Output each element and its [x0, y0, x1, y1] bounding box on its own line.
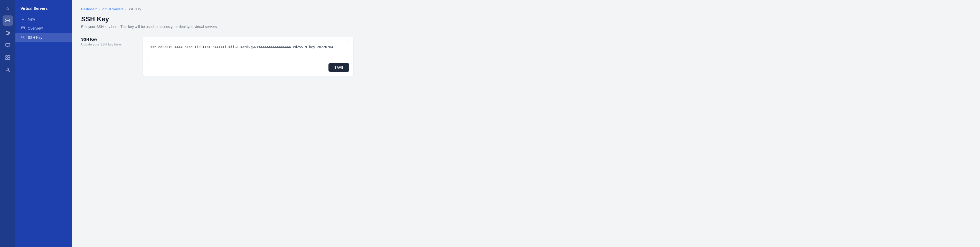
sidebar-item-overview[interactable]: Overview [16, 24, 72, 33]
breadcrumb-sep-1: › [99, 8, 100, 11]
svg-rect-5 [6, 43, 10, 46]
grid-icon[interactable] [3, 53, 13, 63]
breadcrumb-sep-2: › [125, 8, 126, 11]
ssh-key-sublabel: Update your SSH key here. [81, 42, 132, 46]
svg-point-3 [9, 21, 10, 22]
key-icon [21, 35, 25, 40]
sidebar-item-new[interactable]: + New [16, 14, 72, 24]
svg-rect-6 [6, 56, 8, 57]
server-icon[interactable] [3, 16, 13, 26]
page-title: SSH Key [81, 15, 971, 23]
content-area: Dashboard › Virtual Servers › SSH Key SS… [72, 0, 980, 247]
page-subtitle: Edit your SSH key here. This key will be… [81, 25, 971, 29]
breadcrumb-virtual-servers[interactable]: Virtual Servers [102, 7, 124, 11]
svg-rect-8 [6, 58, 8, 60]
svg-rect-9 [8, 58, 10, 60]
svg-rect-7 [8, 56, 10, 57]
svg-point-10 [7, 69, 9, 70]
home-icon[interactable]: ⌂ [3, 3, 13, 13]
ssh-key-textarea[interactable] [147, 41, 349, 59]
ssh-key-section: SSH Key Update your SSH key here. SAVE [81, 37, 971, 76]
breadcrumb-dashboard[interactable]: Dashboard [81, 7, 98, 11]
breadcrumb-current: SSH Key [128, 7, 141, 11]
user-icon[interactable] [3, 65, 13, 75]
svg-rect-11 [21, 27, 25, 28]
sidebar-item-overview-label: Overview [28, 26, 43, 30]
left-sidebar: Virtual Servers + New Overview SSH Key [16, 0, 72, 247]
ssh-key-label: SSH Key [81, 37, 132, 41]
plus-icon: + [21, 17, 25, 21]
save-row: SAVE [147, 63, 349, 72]
sidebar-title: Virtual Servers [16, 4, 72, 14]
breadcrumb: Dashboard › Virtual Servers › SSH Key [81, 7, 971, 11]
ssh-key-input-area: SAVE [143, 37, 353, 76]
save-button[interactable]: SAVE [328, 63, 349, 72]
monitor-icon[interactable] [3, 40, 13, 50]
overview-icon [21, 26, 25, 30]
svg-point-2 [9, 19, 10, 20]
ssh-key-label-area: SSH Key Update your SSH key here. [81, 37, 132, 46]
sidebar-item-ssh-key-label: SSH Key [28, 35, 42, 40]
globe-icon[interactable] [3, 28, 13, 38]
main-content: Dashboard › Virtual Servers › SSH Key SS… [72, 0, 980, 247]
svg-rect-12 [21, 28, 25, 29]
sidebar-item-ssh-key[interactable]: SSH Key [16, 33, 72, 42]
sidebar-item-new-label: New [28, 17, 35, 21]
icon-sidebar: ⌂ [0, 0, 16, 247]
